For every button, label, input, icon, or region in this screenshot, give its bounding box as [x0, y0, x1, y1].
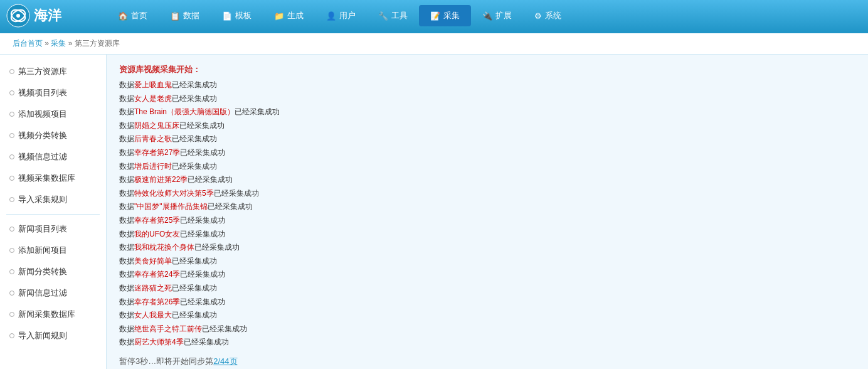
log-item-name: "中国梦"展播作品集锦	[134, 202, 208, 211]
log-prefix: 数据	[119, 134, 134, 143]
sidebar-label-video-list: 视频项目列表	[18, 87, 67, 99]
log-suffix: 已经采集成功	[172, 311, 217, 319]
log-prefix: 数据	[119, 189, 134, 198]
log-prefix: 数据	[119, 297, 134, 306]
sidebar-item-video-db[interactable]: 视频采集数据库	[0, 168, 106, 189]
log-item-name: 幸存者第26季	[134, 297, 180, 306]
log-entry: 数据迷路猫之死已经采集成功	[119, 282, 855, 296]
nav-collect[interactable]: 📝 采集	[419, 5, 471, 26]
circle-icon-2	[9, 90, 14, 95]
nav-template[interactable]: 📄 模板	[211, 5, 263, 26]
log-entry: 数据美食好简单已经采集成功	[119, 255, 855, 269]
sidebar-item-third-party[interactable]: 第三方资源库	[0, 61, 106, 82]
log-item-name: The Brain（最强大脑德国版）	[134, 107, 235, 116]
circle-icon-12	[9, 312, 14, 317]
log-item-name: 我的UFO女友	[134, 230, 180, 238]
main-content: 资源库视频采集开始： 数据爱上吸血鬼已经采集成功数据女人是老虎已经采集成功数据T…	[107, 55, 868, 369]
main-nav: 🏠 首页 📋 数据 📄 模板 📁 生成 👤 用户 🔧 工具 📝 采集 🔌 扩展 …	[107, 5, 862, 26]
nav-user[interactable]: 👤 用户	[315, 5, 367, 26]
sidebar-item-video-cat[interactable]: 视频分类转换	[0, 125, 106, 146]
sidebar-label-video-filter: 视频信息过滤	[18, 151, 67, 163]
log-item-name: 爱上吸血鬼	[134, 80, 172, 89]
breadcrumb-home[interactable]: 后台首页	[13, 39, 43, 48]
log-suffix: 已经采集成功	[194, 243, 240, 252]
log-suffix: 已经采集成功	[172, 80, 217, 89]
circle-icon-4	[9, 133, 14, 138]
log-entry: 数据极速前进第22季已经采集成功	[119, 173, 855, 187]
log-prefix: 数据	[119, 230, 134, 238]
sidebar-label-video-cat: 视频分类转换	[18, 130, 67, 141]
log-suffix: 已经采集成功	[172, 284, 217, 292]
log-entry: 数据我和枕花换个身体已经采集成功	[119, 241, 855, 255]
sidebar-label-add-video: 添加视频项目	[18, 109, 67, 120]
status-line: 暂停3秒…即将开始同步第2/44页	[119, 356, 855, 367]
nav-home[interactable]: 🏠 首页	[107, 5, 159, 26]
breadcrumb-collect[interactable]: 采集	[51, 39, 66, 48]
log-entry: 数据女人是老虎已经采集成功	[119, 92, 855, 106]
log-prefix: 数据	[119, 257, 134, 265]
log-item-name: 女人是老虎	[134, 94, 172, 103]
log-suffix: 已经采集成功	[180, 297, 225, 306]
log-item-name: 迷路猫之死	[134, 284, 172, 292]
log-entry: 数据阴婚之鬼压床已经采集成功	[119, 119, 855, 133]
nav-tools[interactable]: 🔧 工具	[367, 5, 419, 26]
nav-system[interactable]: ⚙ 系统	[523, 5, 573, 26]
log-prefix: 数据	[119, 162, 134, 171]
sidebar-item-import-news[interactable]: 导入新闻规则	[0, 325, 106, 346]
sidebar-item-video-list[interactable]: 视频项目列表	[0, 82, 106, 104]
log-suffix: 已经采集成功	[180, 148, 225, 157]
circle-icon-6	[9, 176, 14, 181]
log-item-name: 厨艺大师第4季	[134, 338, 184, 346]
log-prefix: 数据	[119, 311, 134, 319]
log-suffix: 已经采集成功	[180, 216, 225, 225]
log-prefix: 数据	[119, 243, 134, 252]
log-item-name: 后青春之歌	[134, 134, 172, 143]
log-item-name: 幸存者第27季	[134, 148, 180, 157]
log-item-name: 特效化妆师大对决第5季	[134, 189, 214, 198]
log-entry: 数据女人我最大已经采集成功	[119, 309, 855, 323]
log-suffix: 已经采集成功	[179, 121, 225, 130]
log-entry: 数据幸存者第26季已经采集成功	[119, 296, 855, 309]
sidebar-item-news-filter[interactable]: 新闻信息过滤	[0, 282, 106, 304]
log-item-name: 增后进行时	[134, 162, 172, 171]
sidebar-item-add-news[interactable]: 添加新闻项目	[0, 240, 106, 261]
log-prefix: 数据	[119, 202, 134, 211]
log-entry: 数据幸存者第25季已经采集成功	[119, 214, 855, 228]
log-prefix: 数据	[119, 94, 134, 103]
nav-data[interactable]: 📋 数据	[159, 5, 211, 26]
sidebar-label-news-list: 新闻项目列表	[18, 223, 67, 235]
svg-point-3	[16, 14, 20, 18]
sidebar-item-news-cat[interactable]: 新闻分类转换	[0, 261, 106, 282]
log-entry: 数据爱上吸血鬼已经采集成功	[119, 78, 855, 92]
log-prefix: 数据	[119, 324, 134, 333]
sidebar-item-news-db[interactable]: 新闻采集数据库	[0, 304, 106, 325]
sidebar-label-third-party: 第三方资源库	[18, 66, 67, 77]
log-suffix: 已经采集成功	[184, 338, 229, 346]
log-entry: 数据The Brain（最强大脑德国版）已经采集成功	[119, 105, 855, 119]
log-prefix: 数据	[119, 216, 134, 225]
sidebar-label-news-cat: 新闻分类转换	[18, 266, 67, 277]
nav-generate[interactable]: 📁 生成	[263, 5, 315, 26]
log-entry: 数据幸存者第27季已经采集成功	[119, 146, 855, 160]
breadcrumb-sep2: »	[68, 39, 75, 48]
sidebar-item-news-list[interactable]: 新闻项目列表	[0, 218, 106, 240]
circle-icon	[9, 69, 14, 74]
log-entry: 数据幸存者第24季已经采集成功	[119, 268, 855, 282]
page-link[interactable]: 2/44页	[213, 356, 237, 366]
log-item-name: 女人我最大	[134, 311, 172, 319]
log-entry: 数据增后进行时已经采集成功	[119, 160, 855, 174]
log-suffix: 已经采集成功	[235, 107, 280, 116]
sidebar-item-import-video[interactable]: 导入采集规则	[0, 189, 106, 210]
header: 海洋 🏠 首页 📋 数据 📄 模板 📁 生成 👤 用户 🔧 工具 📝 采集 🔌 …	[0, 0, 868, 31]
sidebar-item-add-video[interactable]: 添加视频项目	[0, 104, 106, 125]
log-entry: 数据"中国梦"展播作品集锦已经采集成功	[119, 200, 855, 214]
log-suffix: 已经采集成功	[172, 134, 217, 143]
log-prefix: 数据	[119, 80, 134, 89]
log-entry: 数据我的UFO女友已经采集成功	[119, 228, 855, 242]
logo: 海洋	[6, 4, 107, 28]
nav-extend[interactable]: 🔌 扩展	[471, 5, 523, 26]
log-suffix: 已经采集成功	[188, 175, 233, 184]
sidebar-label-import-news: 导入新闻规则	[18, 330, 67, 341]
sidebar-divider	[6, 214, 100, 215]
sidebar-item-video-filter[interactable]: 视频信息过滤	[0, 146, 106, 168]
